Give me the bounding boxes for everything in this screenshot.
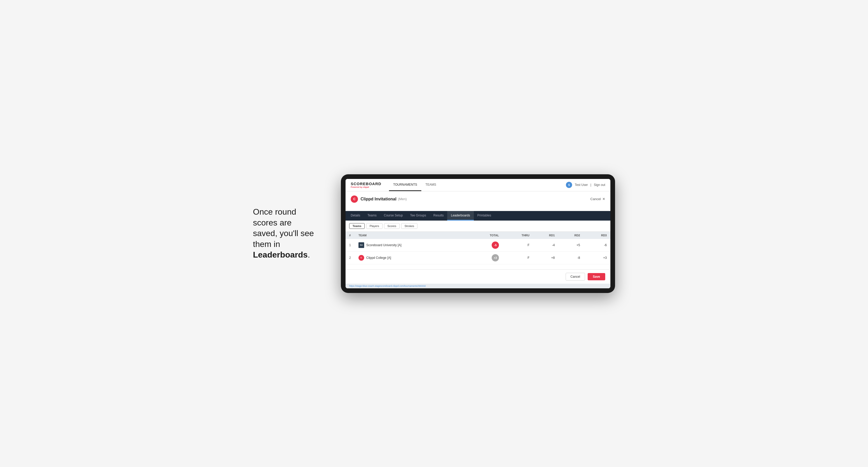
text-line-2: scores are (253, 218, 291, 227)
tournament-cancel-btn[interactable]: Cancel ✕ (590, 197, 605, 201)
col-team: TEAM (356, 232, 468, 239)
col-rd3: RD3 (583, 232, 610, 239)
score-badge-2: +3 (492, 254, 499, 261)
tournament-name: Clippd Invitational (361, 197, 397, 201)
text-period: . (308, 250, 310, 259)
filter-teams-btn[interactable]: Teams (349, 223, 365, 229)
nav-right: S Test User | Sign out (566, 182, 605, 188)
rd2-2: -8 (557, 251, 583, 264)
col-rank: # (345, 232, 356, 239)
rank-1: 1 (345, 239, 356, 252)
cancel-button[interactable]: Cancel (566, 273, 585, 281)
col-total: TOTAL (468, 232, 502, 239)
rd3-1: -6 (583, 239, 610, 252)
tournament-header-area: C Clippd Invitational (Men) Cancel ✕ (345, 191, 610, 211)
filter-strokes-btn[interactable]: Strokes (401, 223, 417, 229)
tab-tee-groups[interactable]: Tee Groups (406, 211, 430, 221)
tab-details[interactable]: Details (347, 211, 364, 221)
table-header-row: # TEAM TOTAL THRU RD1 RD2 RD3 (345, 232, 610, 239)
tournament-icon: C (351, 195, 358, 203)
team-cell-2: C Clippd College [A] (356, 251, 468, 264)
text-bold: Leaderboards (253, 250, 308, 259)
user-name: Test User (575, 183, 588, 187)
logo-title: SCOREBOARD (351, 182, 381, 186)
table-row: 2 C Clippd College [A] +3 (345, 251, 610, 264)
page-wrapper: Once round scores are saved, you'll see … (253, 174, 615, 293)
team-name-1: Scoreboard University [A] (366, 243, 401, 247)
nav-teams[interactable]: TEAMS (421, 179, 440, 191)
text-line-1: Once round (253, 207, 296, 216)
tab-leaderboards[interactable]: Leaderboards (447, 211, 473, 221)
footer: Cancel Save (345, 270, 610, 284)
text-line-4: them in (253, 240, 280, 249)
total-2: +3 (468, 251, 502, 264)
logo-subtitle: Powered by clippd (351, 186, 381, 188)
filter-players-btn[interactable]: Players (366, 223, 382, 229)
col-rd2: RD2 (557, 232, 583, 239)
col-rd1: RD1 (532, 232, 557, 239)
cancel-icon: ✕ (602, 197, 605, 201)
nav-divider: | (590, 183, 591, 187)
tablet-device: SCOREBOARD Powered by clippd TOURNAMENTS… (341, 174, 615, 293)
filter-scores-btn[interactable]: Scores (384, 223, 400, 229)
nav-links: TOURNAMENTS TEAMS (389, 179, 440, 191)
team-logo-2: C (359, 255, 364, 261)
total-1: -5 (468, 239, 502, 252)
rd1-1: -4 (532, 239, 557, 252)
team-name-2: Clippd College [A] (366, 256, 391, 260)
rd2-1: +5 (557, 239, 583, 252)
col-thru: THRU (501, 232, 532, 239)
url-text: https://stage-blue-coach.stagescoreboard… (349, 285, 426, 287)
sign-out-link[interactable]: Sign out (594, 183, 605, 187)
score-badge-1: -5 (492, 242, 499, 249)
logo-area: SCOREBOARD Powered by clippd (351, 182, 381, 188)
url-bar: https://stage-blue-coach.stagescoreboard… (345, 284, 610, 288)
team-logo-1: SU (359, 242, 364, 248)
rank-2: 2 (345, 251, 356, 264)
tournament-header: C Clippd Invitational (Men) Cancel ✕ (351, 195, 605, 203)
thru-2: F (501, 251, 532, 264)
left-description: Once round scores are saved, you'll see … (253, 207, 326, 260)
top-nav: SCOREBOARD Powered by clippd TOURNAMENTS… (345, 179, 610, 191)
tournament-gender: (Men) (398, 197, 407, 201)
tab-results[interactable]: Results (430, 211, 447, 221)
rd3-2: +3 (583, 251, 610, 264)
filter-bar: Teams Players Scores Strokes (345, 221, 610, 232)
table-row: 1 SU Scoreboard University [A] (345, 239, 610, 252)
text-line-3: saved, you'll see (253, 228, 314, 238)
tab-printables[interactable]: Printables (474, 211, 495, 221)
leaderboard-table: # TEAM TOTAL THRU RD1 RD2 RD3 1 (345, 232, 610, 264)
user-avatar: S (566, 182, 572, 188)
table-container: # TEAM TOTAL THRU RD1 RD2 RD3 1 (345, 232, 610, 270)
sub-nav: Details Teams Course Setup Tee Groups Re… (345, 211, 610, 221)
nav-tournaments[interactable]: TOURNAMENTS (389, 179, 421, 191)
tab-course-setup[interactable]: Course Setup (380, 211, 406, 221)
team-cell-1: SU Scoreboard University [A] (356, 239, 468, 252)
tab-teams[interactable]: Teams (364, 211, 380, 221)
thru-1: F (501, 239, 532, 252)
save-button[interactable]: Save (588, 273, 605, 280)
rd1-2: +8 (532, 251, 557, 264)
tablet-screen: SCOREBOARD Powered by clippd TOURNAMENTS… (345, 179, 610, 288)
